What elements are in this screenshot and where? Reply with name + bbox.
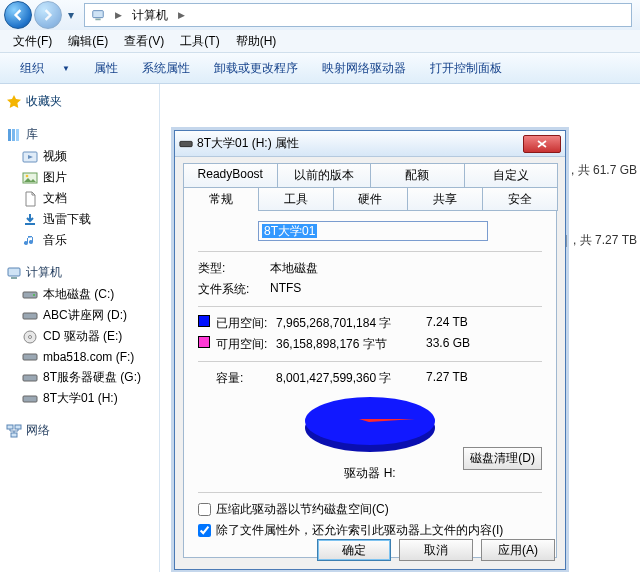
menu-file[interactable]: 文件(F): [6, 30, 59, 53]
svg-rect-10: [11, 277, 17, 279]
svg-rect-4: [16, 129, 19, 141]
sidebar-favorites[interactable]: 收藏夹: [2, 90, 157, 113]
compress-checkbox-input[interactable]: [198, 503, 211, 516]
sidebar-drive-f[interactable]: mba518.com (F:): [2, 347, 157, 367]
tab-previous-versions[interactable]: 以前的版本: [277, 163, 372, 187]
library-icon: [6, 127, 22, 143]
back-button[interactable]: [4, 1, 32, 29]
history-dropdown-icon[interactable]: ▾: [68, 8, 80, 22]
sidebar-item-music[interactable]: 音乐: [2, 230, 157, 251]
breadcrumb-chevron-icon[interactable]: ▶: [111, 10, 126, 20]
sidebar-item-label: mba518.com (F:): [43, 350, 134, 364]
sidebar-item-videos[interactable]: 视频: [2, 146, 157, 167]
compress-checkbox[interactable]: 压缩此驱动器以节约磁盘空间(C): [198, 499, 542, 520]
tab-security[interactable]: 安全: [482, 187, 558, 211]
cd-icon: [22, 329, 38, 345]
capacity-text: , 共 7.27 TB: [573, 232, 637, 249]
cmd-control-panel[interactable]: 打开控制面板: [420, 56, 512, 81]
apply-button[interactable]: 应用(A): [481, 539, 555, 561]
drive-icon: [22, 287, 38, 303]
sidebar-drive-h[interactable]: 8T大学01 (H:): [2, 388, 157, 409]
index-checkbox-input[interactable]: [198, 524, 211, 537]
computer-icon: [85, 8, 111, 22]
drive-icon: [22, 308, 38, 324]
close-icon: [537, 140, 547, 148]
type-label: 类型:: [198, 260, 270, 277]
download-icon: [22, 212, 38, 228]
capacity-text: , 共 61.7 GB: [571, 162, 637, 179]
svg-point-12: [33, 294, 35, 296]
close-button[interactable]: [523, 135, 561, 153]
disk-cleanup-button[interactable]: 磁盘清理(D): [463, 447, 542, 470]
sidebar-libraries[interactable]: 库: [2, 123, 157, 146]
menu-view[interactable]: 查看(V): [117, 30, 171, 53]
menu-edit[interactable]: 编辑(E): [61, 30, 115, 53]
breadcrumb-computer[interactable]: 计算机: [126, 7, 174, 24]
svg-rect-1: [95, 19, 100, 21]
cmd-uninstall[interactable]: 卸载或更改程序: [204, 56, 308, 81]
sidebar-favorites-label: 收藏夹: [26, 93, 62, 110]
drive-icon: [22, 349, 38, 365]
free-swatch-icon: [198, 336, 210, 348]
dialog-titlebar[interactable]: 8T大学01 (H:) 属性: [175, 131, 565, 157]
sidebar-drive-c[interactable]: 本地磁盘 (C:): [2, 284, 157, 305]
cancel-button[interactable]: 取消: [399, 539, 473, 561]
filesystem-label: 文件系统:: [198, 281, 270, 298]
star-icon: [6, 94, 22, 110]
tab-quota[interactable]: 配额: [370, 163, 465, 187]
nav-toolbar: ▾ ▶ 计算机 ▶: [0, 0, 640, 30]
sidebar-item-thunder[interactable]: 迅雷下载: [2, 209, 157, 230]
volume-name-input[interactable]: 8T大学01: [258, 221, 488, 241]
sidebar-drive-e[interactable]: CD 驱动器 (E:): [2, 326, 157, 347]
tab-hardware[interactable]: 硬件: [333, 187, 409, 211]
cmd-map-drive[interactable]: 映射网络驱动器: [312, 56, 416, 81]
sidebar-item-pictures[interactable]: 图片: [2, 167, 157, 188]
tab-container: ReadyBoost 以前的版本 配额 自定义 常规 工具 硬件 共享 安全 8…: [175, 157, 565, 558]
chevron-down-icon[interactable]: ▼: [52, 60, 80, 77]
cmd-properties[interactable]: 属性: [84, 56, 128, 81]
sidebar-item-label: 8T大学01 (H:): [43, 390, 118, 407]
free-label: 可用空间:: [216, 336, 276, 353]
svg-rect-9: [8, 268, 20, 276]
tab-tools[interactable]: 工具: [258, 187, 334, 211]
used-label: 已用空间:: [216, 315, 276, 332]
breadcrumb-chevron-icon[interactable]: ▶: [174, 10, 189, 20]
picture-icon: [22, 170, 38, 186]
dialog-title: 8T大学01 (H:) 属性: [193, 135, 523, 152]
address-bar[interactable]: ▶ 计算机 ▶: [84, 3, 632, 27]
type-value: 本地磁盘: [270, 260, 318, 277]
filesystem-value: NTFS: [270, 281, 301, 298]
sidebar-item-label: CD 驱动器 (E:): [43, 328, 122, 345]
document-icon: [22, 191, 38, 207]
sidebar-item-label: 视频: [43, 148, 67, 165]
sidebar-item-label: 本地磁盘 (C:): [43, 286, 114, 303]
used-human: 7.24 TB: [426, 315, 468, 332]
capacity-label: 容量:: [198, 370, 276, 387]
tab-readyboost[interactable]: ReadyBoost: [183, 163, 278, 187]
cmd-system-properties[interactable]: 系统属性: [132, 56, 200, 81]
sidebar-item-documents[interactable]: 文档: [2, 188, 157, 209]
sidebar-drive-d[interactable]: ABC讲座网 (D:): [2, 305, 157, 326]
music-icon: [22, 233, 38, 249]
svg-rect-22: [180, 141, 192, 146]
navigation-pane: 收藏夹 库 视频 图片 文档 迅雷下载 音乐 计算机 本地磁盘 (C:): [0, 84, 160, 572]
video-icon: [22, 149, 38, 165]
svg-rect-18: [23, 396, 37, 402]
usage-pie-chart: [305, 397, 435, 453]
cmd-organize[interactable]: 组织: [10, 56, 54, 81]
svg-rect-0: [93, 11, 104, 18]
sidebar-computer-label: 计算机: [26, 264, 62, 281]
forward-button[interactable]: [34, 1, 62, 29]
tab-general[interactable]: 常规: [183, 187, 259, 211]
menu-tools[interactable]: 工具(T): [173, 30, 226, 53]
sidebar-computer[interactable]: 计算机: [2, 261, 157, 284]
used-swatch-icon: [198, 315, 210, 327]
sidebar-network[interactable]: 网络: [2, 419, 157, 442]
ok-button[interactable]: 确定: [317, 539, 391, 561]
tab-customize[interactable]: 自定义: [464, 163, 559, 187]
menu-help[interactable]: 帮助(H): [229, 30, 284, 53]
sidebar-item-label: 文档: [43, 190, 67, 207]
index-checkbox[interactable]: 除了文件属性外，还允许索引此驱动器上文件的内容(I): [198, 520, 542, 541]
sidebar-drive-g[interactable]: 8T服务器硬盘 (G:): [2, 367, 157, 388]
tab-sharing[interactable]: 共享: [407, 187, 483, 211]
